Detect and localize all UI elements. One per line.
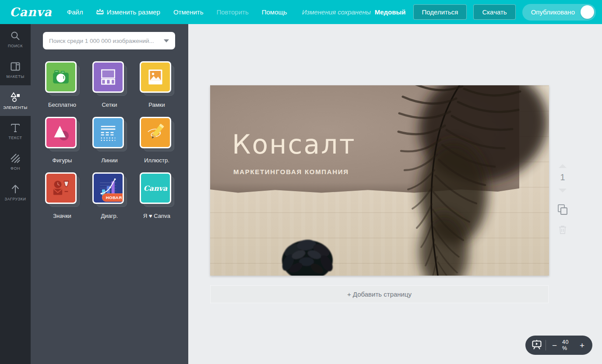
new-badge: НОВАЯ bbox=[102, 193, 124, 202]
crown-icon bbox=[96, 8, 104, 16]
category-frames[interactable]: Рамки bbox=[133, 59, 180, 115]
zoom-level: 40 % bbox=[562, 339, 574, 351]
sidebar-item-layouts[interactable]: МАКЕТЫ bbox=[0, 55, 31, 85]
image-search-box[interactable] bbox=[43, 32, 175, 49]
frame-icon bbox=[143, 65, 168, 89]
publish-toggle[interactable]: Опубликовано bbox=[522, 4, 596, 21]
svg-text:Canva: Canva bbox=[143, 184, 167, 192]
download-button[interactable]: Скачать bbox=[473, 4, 515, 20]
design-page[interactable]: Консалт МАРКЕТИНГОВАЯ КОМПАНИЯ bbox=[210, 85, 549, 276]
text-icon bbox=[10, 122, 21, 133]
document-title[interactable]: Медовый bbox=[375, 8, 406, 16]
upload-arrow-icon bbox=[10, 184, 21, 194]
feather-image bbox=[366, 85, 549, 276]
element-categories-grid: Бесплатно bbox=[39, 59, 180, 226]
search-icon bbox=[10, 31, 21, 41]
canva-script-icon: Canva bbox=[142, 182, 169, 195]
toggle-knob[interactable] bbox=[581, 5, 594, 19]
zoom-controls: − 40 % + bbox=[525, 336, 592, 355]
camera-icon bbox=[49, 65, 73, 89]
canva-editor: Canva Файл Изменить размер Отменить Повт… bbox=[0, 0, 602, 364]
pinecone-image bbox=[268, 228, 347, 276]
design-title-text[interactable]: Консалт bbox=[232, 129, 356, 160]
topbar-right: Медовый Поделиться Скачать Опубликовано bbox=[375, 4, 602, 21]
search-input[interactable] bbox=[49, 38, 160, 44]
menu-file[interactable]: Файл bbox=[67, 8, 83, 16]
elements-panel: Бесплатно bbox=[31, 24, 188, 364]
menu-undo[interactable]: Отменить bbox=[173, 8, 204, 16]
move-page-down-icon[interactable] bbox=[559, 189, 567, 192]
top-bar: Canva Файл Изменить размер Отменить Повт… bbox=[0, 0, 602, 24]
layouts-icon bbox=[10, 61, 21, 72]
category-i-love-canva[interactable]: Canva Я ♥ Canva bbox=[133, 170, 180, 226]
pencil-icon bbox=[143, 120, 168, 145]
menu-help[interactable]: Помощь bbox=[262, 8, 287, 16]
sidebar-item-elements[interactable]: ЭЛЕМЕНТЫ bbox=[0, 85, 31, 116]
divider bbox=[546, 340, 546, 350]
design-subtitle-text[interactable]: МАРКЕТИНГОВАЯ КОМПАНИЯ bbox=[233, 168, 349, 175]
zoom-in-button[interactable]: + bbox=[578, 341, 586, 350]
elements-icon bbox=[10, 91, 21, 103]
chevron-down-icon[interactable] bbox=[164, 39, 169, 42]
menu-resize[interactable]: Изменить размер bbox=[96, 8, 160, 16]
page-controls: 1 bbox=[554, 164, 571, 236]
presentation-icon[interactable] bbox=[532, 340, 542, 351]
category-illustrations[interactable]: Иллюстр. bbox=[133, 115, 180, 170]
move-page-up-icon[interactable] bbox=[559, 164, 567, 168]
category-lines[interactable]: Линии bbox=[86, 115, 133, 170]
canva-logo[interactable]: Canva bbox=[10, 5, 52, 19]
duplicate-page-icon[interactable] bbox=[557, 204, 568, 217]
delete-page-icon[interactable] bbox=[558, 225, 567, 236]
zoom-out-button[interactable]: − bbox=[550, 341, 559, 350]
grid-icon bbox=[96, 65, 120, 89]
page-number: 1 bbox=[560, 172, 565, 182]
canvas-area: Консалт МАРКЕТИНГОВАЯ КОМПАНИЯ + Добавит… bbox=[188, 24, 602, 364]
sidebar-item-search[interactable]: ПОИСК bbox=[0, 24, 31, 55]
background-icon bbox=[10, 153, 21, 164]
sidebar-item-text[interactable]: ТЕКСТ bbox=[0, 116, 31, 147]
lines-icon bbox=[96, 120, 120, 145]
icons-set-icon bbox=[49, 176, 73, 200]
category-free-photos[interactable]: Бесплатно bbox=[39, 59, 86, 115]
sidebar-item-background[interactable]: ФОН bbox=[0, 147, 31, 177]
menu-redo[interactable]: Повторить bbox=[216, 8, 248, 16]
category-charts[interactable]: НОВАЯ Диагр. bbox=[86, 170, 133, 226]
shapes-icon bbox=[49, 120, 73, 145]
add-page-button[interactable]: + Добавить страницу bbox=[210, 285, 549, 303]
save-status: Изменения сохранены bbox=[302, 8, 371, 16]
category-icons[interactable]: Значки bbox=[39, 170, 86, 226]
category-grids[interactable]: Сетки bbox=[86, 59, 133, 115]
category-shapes[interactable]: Фигуры bbox=[39, 115, 86, 170]
sidebar-item-uploads[interactable]: ЗАГРУЗКИ bbox=[0, 177, 31, 208]
sidebar: ПОИСК МАКЕТЫ ЭЛЕМЕНТЫ ТЕКСТ ФОН bbox=[0, 24, 31, 364]
share-button[interactable]: Поделиться bbox=[413, 4, 467, 20]
